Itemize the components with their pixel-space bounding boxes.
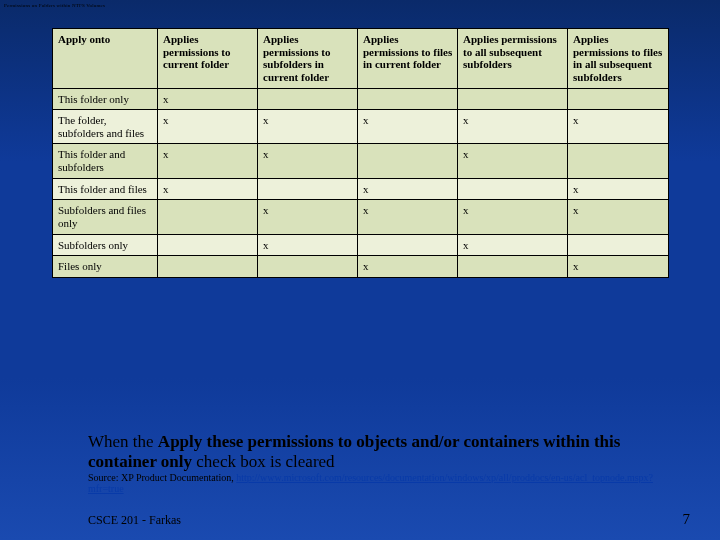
row-label: This folder and files <box>53 178 158 200</box>
cell <box>568 144 669 178</box>
cell <box>358 234 458 256</box>
table-row: Subfolders only x x <box>53 234 669 256</box>
caption-note: When the Apply these permissions to obje… <box>88 432 688 471</box>
cell: x <box>568 200 669 234</box>
cell: x <box>568 178 669 200</box>
row-label: This folder and subfolders <box>53 144 158 178</box>
cell: x <box>458 234 568 256</box>
cell <box>458 178 568 200</box>
cell <box>158 200 258 234</box>
cell: x <box>258 144 358 178</box>
row-label: This folder only <box>53 88 158 110</box>
cell <box>568 234 669 256</box>
table-row: Files only x x <box>53 256 669 278</box>
table-header-row: Apply onto Applies permissions to curren… <box>53 29 669 89</box>
col-files-all-sub: Applies permissions to files in all subs… <box>568 29 669 89</box>
cell: x <box>458 110 568 144</box>
cell: x <box>158 144 258 178</box>
cell: x <box>158 88 258 110</box>
permissions-table-container: Apply onto Applies permissions to curren… <box>52 28 668 278</box>
cell: x <box>158 110 258 144</box>
cell: x <box>358 200 458 234</box>
col-files-current: Applies permissions to files in current … <box>358 29 458 89</box>
col-apply-onto: Apply onto <box>53 29 158 89</box>
source-line: Source: XP Product Documentation, http:/… <box>88 472 688 494</box>
table-row: The folder, subfolders and files x x x x… <box>53 110 669 144</box>
cell: x <box>258 234 358 256</box>
source-label: Source: XP Product Documentation, <box>88 472 236 483</box>
note-suffix: check box is cleared <box>192 452 335 471</box>
table-row: Subfolders and files only x x x x <box>53 200 669 234</box>
cell: x <box>358 256 458 278</box>
col-all-subfolders: Applies permissions to all subsequent su… <box>458 29 568 89</box>
cell: x <box>568 256 669 278</box>
cell: x <box>158 178 258 200</box>
footer-course: CSCE 201 - Farkas <box>88 513 181 528</box>
cell <box>258 178 358 200</box>
cell: x <box>458 144 568 178</box>
cell: x <box>258 200 358 234</box>
row-label: The folder, subfolders and files <box>53 110 158 144</box>
table-row: This folder and subfolders x x x <box>53 144 669 178</box>
cell: x <box>358 110 458 144</box>
col-sub-in-current: Applies permissions to subfolders in cur… <box>258 29 358 89</box>
row-label: Subfolders and files only <box>53 200 158 234</box>
table-row: This folder only x <box>53 88 669 110</box>
note-prefix: When the <box>88 432 158 451</box>
note-bold: Apply these permissions to objects and/o… <box>88 432 620 471</box>
cell <box>258 256 358 278</box>
permissions-table: Apply onto Applies permissions to curren… <box>52 28 669 278</box>
row-label: Subfolders only <box>53 234 158 256</box>
page-number: 7 <box>683 511 691 528</box>
cell <box>458 88 568 110</box>
cell: x <box>458 200 568 234</box>
cell <box>158 234 258 256</box>
table-row: This folder and files x x x <box>53 178 669 200</box>
row-label: Files only <box>53 256 158 278</box>
cell <box>158 256 258 278</box>
cell: x <box>568 110 669 144</box>
col-current-folder: Applies permissions to current folder <box>158 29 258 89</box>
cell <box>358 144 458 178</box>
cell: x <box>358 178 458 200</box>
cell: x <box>258 110 358 144</box>
cell <box>458 256 568 278</box>
cell <box>568 88 669 110</box>
cell <box>358 88 458 110</box>
cell <box>258 88 358 110</box>
slide-title: Permissions on Folders within NTFS Volum… <box>4 3 105 8</box>
